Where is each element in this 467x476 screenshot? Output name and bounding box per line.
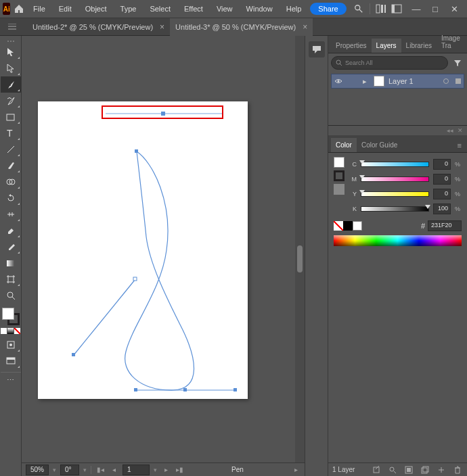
menu-window[interactable]: Window (240, 1, 279, 17)
cyan-value[interactable]: 0 (433, 159, 451, 170)
menu-view[interactable]: View (210, 1, 239, 17)
artboard-field[interactable]: 1 (123, 465, 150, 475)
first-artboard-icon[interactable]: ▮◂ (95, 465, 105, 475)
tab-color-guide[interactable]: Color Guide (357, 138, 402, 152)
close-icon[interactable]: × (160, 22, 164, 32)
expand-status-icon[interactable]: ▸ (291, 465, 301, 475)
selection-tool[interactable] (1, 44, 21, 60)
canvas-area[interactable]: 50% ▾ 0° ▾ ▮◂ ◂ 1 ▾ ▸ ▸▮ Pen ▸ (22, 36, 305, 476)
arrange-icon[interactable] (376, 1, 387, 16)
stroke-mini-swatch[interactable] (334, 170, 344, 181)
tab-color[interactable]: Color (331, 138, 357, 152)
tab-strip-toggle[interactable] (0, 18, 24, 36)
tab-layers[interactable]: Layers (372, 39, 401, 53)
vertical-scrollbar[interactable] (295, 36, 305, 462)
pen-tool[interactable] (1, 76, 21, 93)
cyan-slider[interactable] (361, 162, 429, 167)
none-swatch[interactable] (334, 221, 343, 231)
layer-row[interactable]: ▸ Layer 1 (331, 74, 464, 89)
target-icon[interactable] (443, 78, 449, 84)
curvature-tool[interactable] (1, 93, 21, 109)
type-tool[interactable]: T (1, 125, 21, 141)
collapse-icon[interactable]: ◂◂ (447, 127, 453, 134)
scrollbar-thumb[interactable] (297, 245, 303, 272)
share-button[interactable]: Share (310, 3, 346, 15)
last-artboard-icon[interactable]: ▸▮ (175, 465, 184, 475)
yellow-value[interactable]: 0 (433, 189, 451, 199)
menu-help[interactable]: Help (280, 1, 308, 17)
menu-file[interactable]: File (27, 1, 51, 17)
white-swatch[interactable] (353, 221, 362, 231)
bezier-path[interactable] (38, 101, 248, 399)
new-sublayer-icon[interactable] (420, 465, 430, 475)
color-mode-swatches[interactable] (1, 328, 20, 334)
selection-indicator[interactable] (455, 78, 461, 84)
rotate-tool[interactable] (1, 190, 21, 206)
window-minimize-icon[interactable]: — (410, 3, 422, 15)
home-icon[interactable] (13, 1, 24, 16)
close-icon[interactable]: ✕ (458, 127, 463, 134)
direct-selection-tool[interactable] (1, 60, 21, 76)
layers-search-input[interactable]: Search All (331, 56, 448, 70)
menu-edit[interactable]: Edit (53, 1, 78, 17)
artboard[interactable] (38, 101, 248, 399)
document-tab[interactable]: Untitled-2* @ 25 % (CMYK/Preview) × (27, 18, 170, 36)
tab-properties[interactable]: Properties (331, 39, 372, 53)
close-icon[interactable]: × (303, 22, 307, 32)
magenta-slider[interactable] (361, 176, 429, 182)
gradient-tool[interactable] (1, 255, 21, 271)
chevron-down-icon[interactable]: ▾ (154, 467, 157, 473)
hex-field[interactable]: 231F20 (428, 220, 462, 231)
visibility-icon[interactable] (334, 78, 345, 84)
alt-mini-swatch[interactable] (334, 184, 344, 195)
black-slider[interactable] (361, 206, 429, 212)
yellow-slider[interactable] (361, 191, 429, 197)
fill-stroke-swatch[interactable] (1, 306, 21, 327)
menu-object[interactable]: Object (79, 1, 113, 17)
color-fill-stroke-mini[interactable] (334, 157, 344, 216)
menu-effect[interactable]: Effect (178, 1, 209, 17)
layer-name[interactable]: Layer 1 (388, 77, 414, 85)
locate-icon[interactable] (387, 465, 398, 475)
search-icon[interactable] (353, 1, 365, 16)
chevron-down-icon[interactable]: ▾ (83, 467, 87, 473)
document-tab[interactable]: Untitled-3* @ 50 % (CMYK/Preview) × (170, 18, 313, 36)
eraser-tool[interactable] (1, 222, 21, 239)
delete-layer-icon[interactable] (452, 465, 463, 475)
workspace-icon[interactable] (391, 1, 402, 16)
window-maximize-icon[interactable]: □ (429, 3, 441, 15)
artboard-tool[interactable] (1, 271, 21, 287)
panel-menu-icon[interactable]: ≡ (455, 139, 464, 152)
rotate-field[interactable]: 0° (60, 465, 79, 475)
comment-icon[interactable] (309, 41, 325, 57)
new-layer-icon[interactable] (436, 465, 447, 475)
magenta-value[interactable]: 0 (433, 174, 451, 185)
fill-mini-swatch[interactable] (334, 157, 344, 168)
clip-mask-icon[interactable] (403, 465, 414, 475)
panel-drag-handle[interactable] (3, 39, 19, 44)
screen-mode[interactable] (1, 353, 21, 369)
fill-swatch[interactable] (2, 308, 14, 320)
filter-icon[interactable] (451, 56, 464, 70)
zoom-tool[interactable] (1, 287, 21, 304)
eyedropper-tool[interactable] (1, 239, 21, 255)
expand-icon[interactable]: ▸ (363, 77, 370, 86)
menu-type[interactable]: Type (114, 1, 143, 17)
black-value[interactable]: 100 (433, 204, 451, 214)
zoom-field[interactable]: 50% (26, 465, 49, 475)
tab-image-trace[interactable]: Image Tra (437, 31, 465, 53)
draw-mode-normal[interactable] (1, 337, 21, 353)
line-tool[interactable] (1, 141, 21, 158)
edit-toolbar[interactable]: ⋯ (1, 372, 21, 388)
menu-select[interactable]: Select (143, 1, 177, 17)
export-icon[interactable] (371, 465, 382, 475)
black-swatch[interactable] (343, 221, 353, 231)
prev-artboard-icon[interactable]: ◂ (109, 465, 118, 475)
window-close-icon[interactable]: ✕ (448, 3, 460, 15)
width-tool[interactable] (1, 206, 21, 222)
color-spectrum[interactable] (334, 235, 462, 246)
tab-libraries[interactable]: Libraries (401, 39, 437, 53)
paintbrush-tool[interactable] (1, 158, 21, 174)
chevron-down-icon[interactable]: ▾ (53, 467, 56, 473)
shape-builder-tool[interactable] (1, 174, 21, 190)
